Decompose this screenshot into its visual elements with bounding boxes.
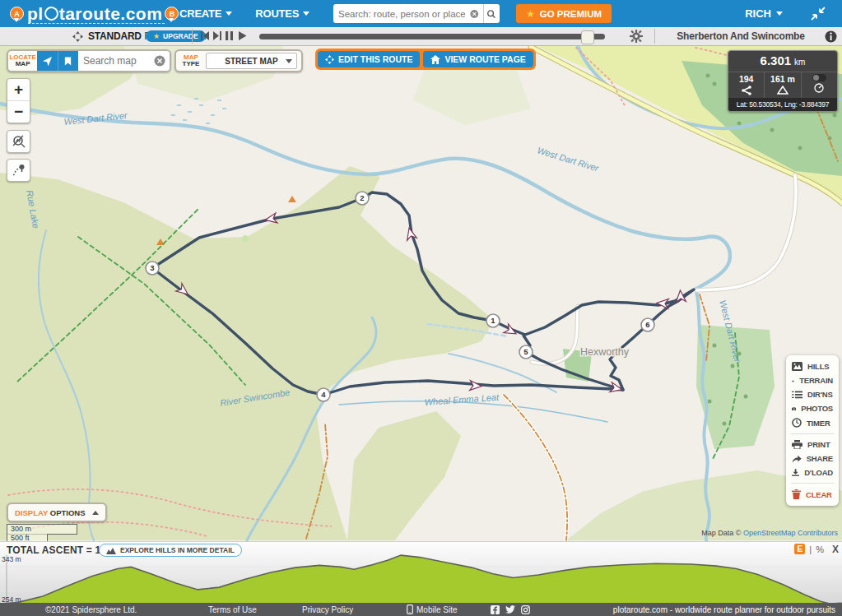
skip-end-icon[interactable] bbox=[212, 30, 222, 41]
play-icon[interactable] bbox=[238, 30, 247, 41]
site-logo[interactable]: A pltaroute.com B bbox=[10, 2, 179, 25]
camera-icon bbox=[792, 405, 796, 413]
planner-toolbar: STANDARD Route Planner ★UPGRADE Sherbert… bbox=[0, 27, 842, 46]
waypoint-marker[interactable] bbox=[146, 262, 159, 275]
route-distance: 6.301km bbox=[728, 51, 837, 72]
pause-icon[interactable] bbox=[225, 30, 234, 41]
route-stats-box: 6.301km 194 161 m bbox=[728, 50, 838, 112]
user-menu[interactable]: RICH bbox=[745, 0, 783, 27]
toggle-switch[interactable] bbox=[812, 74, 826, 81]
chevron-down-icon bbox=[776, 12, 783, 19]
cursor-coordinates: Lat: 50.530534, Lng: -3.884397 bbox=[728, 98, 837, 111]
map-canvas[interactable]: West Dart RiverWest Dart RiverWest Dart … bbox=[0, 45, 842, 541]
list-icon bbox=[792, 391, 802, 399]
facebook-icon[interactable] bbox=[491, 603, 500, 616]
zoom-route-icon bbox=[12, 135, 26, 148]
upgrade-button[interactable]: ★UPGRADE bbox=[146, 30, 206, 42]
divider bbox=[654, 29, 655, 44]
menu-terrain[interactable]: TERRAIN bbox=[786, 373, 839, 387]
map-attribution: Map Data © OpenStreetMap Contributors bbox=[701, 529, 838, 537]
map-tools-menu: HILLS TERRAIN DIR'NS PHOTOS bbox=[786, 355, 839, 506]
explore-hills-button[interactable]: EXPLORE HILLS IN MORE DETAIL bbox=[99, 544, 242, 557]
gradient-mode-button[interactable]: % bbox=[816, 544, 824, 554]
elevation-mode-button[interactable]: E bbox=[794, 544, 805, 554]
saved-places-button[interactable] bbox=[58, 51, 78, 71]
divider bbox=[192, 29, 193, 44]
view-route-page-button[interactable]: VIEW ROUTE PAGE bbox=[423, 51, 533, 67]
zoom-in-button[interactable]: + bbox=[7, 79, 30, 100]
nav-routes[interactable]: ROUTES bbox=[255, 7, 309, 20]
route-ascent: 161 m bbox=[764, 72, 800, 98]
star-icon: ★ bbox=[526, 8, 535, 20]
plotaroute-app: A pltaroute.com B CREATE ROUTES HELP ★GO… bbox=[0, 0, 842, 616]
trash-icon bbox=[792, 489, 801, 499]
mountain-icon bbox=[777, 86, 789, 95]
locate-map-label: LOCATEMAP bbox=[8, 51, 37, 71]
menu-hills[interactable]: HILLS bbox=[786, 359, 839, 373]
osm-link[interactable]: OpenStreetMap bbox=[743, 529, 796, 537]
menu-download[interactable]: D'LOAD bbox=[786, 465, 839, 479]
waypoint-marker[interactable] bbox=[486, 314, 500, 327]
waypoint-marker[interactable] bbox=[356, 192, 369, 205]
slider-handle[interactable] bbox=[581, 30, 594, 44]
bookmark-icon bbox=[63, 56, 72, 67]
go-premium-button[interactable]: ★GO PREMIUM bbox=[516, 4, 612, 23]
skip-start-icon[interactable] bbox=[200, 30, 210, 41]
info-icon[interactable] bbox=[825, 30, 837, 43]
menu-photos[interactable]: PHOTOS bbox=[786, 401, 839, 415]
instagram-icon[interactable] bbox=[521, 603, 530, 616]
menu-clear[interactable]: CLEAR bbox=[786, 487, 839, 502]
zoom-to-route-button[interactable] bbox=[7, 130, 30, 153]
nav-create[interactable]: CREATE bbox=[179, 7, 232, 20]
logo-text: pltaroute.com bbox=[27, 4, 162, 24]
divider bbox=[791, 433, 834, 434]
playback-slider[interactable] bbox=[259, 34, 605, 39]
menu-print[interactable]: PRINT bbox=[786, 438, 839, 452]
clear-icon[interactable] bbox=[154, 55, 165, 67]
home-icon bbox=[430, 55, 440, 64]
menu-timer[interactable]: TIMER bbox=[786, 415, 839, 430]
map-type-select[interactable]: STREET MAP bbox=[206, 53, 297, 69]
move-cross-icon bbox=[325, 55, 334, 64]
map-type-label: MAPTYPE bbox=[176, 54, 206, 67]
divider bbox=[791, 483, 834, 484]
search-icon[interactable] bbox=[483, 7, 500, 21]
phone-icon bbox=[407, 604, 413, 614]
chevron-up-icon bbox=[92, 507, 99, 515]
display-options-button[interactable]: DISPLAY OPTIONS bbox=[7, 503, 107, 522]
waypoint-marker[interactable] bbox=[641, 318, 654, 331]
terms-link[interactable]: Terms of Use bbox=[208, 603, 257, 616]
global-search-input[interactable] bbox=[333, 9, 470, 19]
close-elevation-button[interactable]: X bbox=[832, 544, 839, 555]
gear-icon[interactable] bbox=[630, 30, 643, 43]
waypoint-marker[interactable] bbox=[317, 388, 330, 401]
divider: | bbox=[809, 544, 812, 554]
collapse-header-icon[interactable] bbox=[811, 7, 826, 21]
route-pin-icon bbox=[12, 164, 26, 177]
marker-b-icon: B bbox=[165, 7, 179, 21]
hills-icon bbox=[792, 362, 802, 371]
twitter-icon[interactable] bbox=[505, 603, 515, 616]
chevron-down-icon bbox=[303, 12, 309, 19]
elevation-panel: TOTAL ASCENT = 161 m EXPLORE HILLS IN MO… bbox=[0, 541, 842, 604]
clear-search-icon[interactable] bbox=[470, 8, 479, 20]
route-actions-bar: EDIT THIS ROUTE VIEW ROUTE PAGE bbox=[315, 49, 536, 70]
map-search-box bbox=[78, 51, 170, 71]
map-search-input[interactable] bbox=[78, 55, 154, 67]
locate-map-panel: LOCATEMAP bbox=[7, 49, 171, 72]
osm-contributors-link[interactable]: Contributors bbox=[798, 529, 838, 537]
share-arrow-icon bbox=[792, 455, 802, 463]
star-icon: ★ bbox=[153, 32, 160, 40]
elevation-area bbox=[0, 555, 842, 604]
mobile-site-link[interactable]: Mobile Site bbox=[407, 603, 457, 616]
follow-route-button[interactable] bbox=[7, 159, 30, 182]
speed-cell bbox=[801, 72, 837, 98]
menu-share[interactable]: SHARE bbox=[786, 452, 839, 465]
menu-directions[interactable]: DIR'NS bbox=[786, 387, 839, 401]
locate-me-button[interactable] bbox=[37, 51, 57, 71]
marker-a-icon: A bbox=[10, 7, 24, 21]
waypoint-marker[interactable] bbox=[519, 345, 533, 359]
zoom-out-button[interactable]: − bbox=[7, 100, 30, 123]
privacy-link[interactable]: Privacy Policy bbox=[302, 603, 353, 616]
edit-route-button[interactable]: EDIT THIS ROUTE bbox=[318, 51, 420, 67]
